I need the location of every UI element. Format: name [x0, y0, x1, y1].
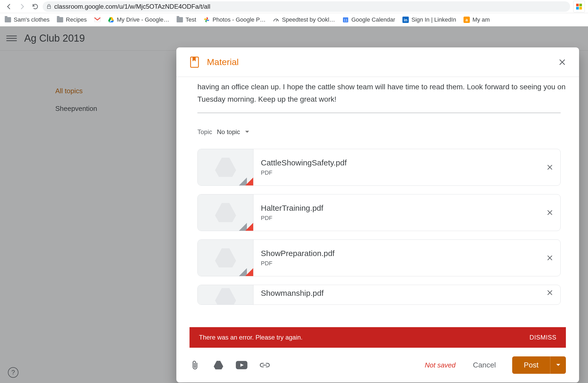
attachments-list: CattleShowingSafety.pdf PDF HalterTrain [197, 149, 561, 305]
url-text: classroom.google.com/u/1/w/Mjc5OTAzNDE4O… [54, 3, 210, 10]
microsoft-icon [576, 4, 582, 9]
modal-footer: Not saved Cancel Post [176, 348, 579, 382]
textfield-underline [197, 113, 561, 113]
bookmark-test[interactable]: Test [177, 16, 196, 23]
remove-attachment-button[interactable] [539, 194, 560, 231]
amazon-icon: a [464, 17, 470, 23]
linkedin-icon: in [402, 17, 409, 23]
cancel-button[interactable]: Cancel [468, 361, 501, 369]
bookmark-label: My Drive - Google… [117, 16, 169, 23]
topic-label: Topic [197, 128, 212, 136]
close-button[interactable] [557, 57, 567, 67]
remove-attachment-button[interactable] [539, 285, 560, 305]
attachment-name: ShowPreparation.pdf [261, 249, 532, 258]
bookmark-recipes[interactable]: Recipes [57, 16, 87, 23]
forward-button[interactable] [16, 1, 28, 12]
thumb-corner-icon [245, 268, 253, 276]
bookmarks-bar: Sam's clothes Recipes My Drive - Google…… [0, 13, 588, 26]
thumb-corner-icon [245, 223, 253, 231]
post-button[interactable]: Post [512, 356, 550, 374]
bookmark-speedtest[interactable]: Speedtest by Ookl… [273, 16, 335, 23]
bookmark-label: Sign In | LinkedIn [411, 16, 456, 23]
post-split-button: Post [512, 356, 566, 374]
gauge-icon [273, 17, 279, 23]
attach-link-button[interactable] [259, 359, 271, 371]
thumb-corner-icon [245, 178, 253, 185]
drive-icon [214, 202, 237, 223]
bookmark-linkedin[interactable]: in Sign In | LinkedIn [402, 16, 456, 23]
attachment-thumb [198, 285, 253, 305]
folder-icon [57, 17, 63, 22]
attachment-type: PDF [261, 169, 532, 176]
attachment-item[interactable]: CattleShowingSafety.pdf PDF [197, 149, 561, 186]
material-icon [190, 57, 200, 68]
reload-button[interactable] [29, 1, 41, 12]
back-button[interactable] [3, 1, 15, 12]
bookmark-label: Google Calendar [351, 16, 395, 23]
svg-text:in: in [404, 18, 407, 22]
bookmark-gmail[interactable] [94, 17, 101, 23]
attachment-thumb [198, 194, 253, 231]
bookmark-label: Test [186, 16, 196, 23]
modal-title: Material [207, 57, 557, 67]
attachment-type: PDF [261, 260, 532, 267]
extension-microsoft[interactable] [573, 1, 585, 12]
bookmark-label: Recipes [66, 16, 87, 23]
attachment-name: HalterTraining.pdf [261, 204, 532, 213]
photos-icon [203, 17, 210, 23]
svg-text:a: a [465, 18, 468, 22]
gmail-icon [94, 17, 101, 23]
svg-text:11: 11 [344, 18, 347, 22]
bookmark-amazon[interactable]: a My am [464, 16, 490, 23]
error-banner: There was an error. Please try again. DI… [190, 327, 566, 348]
attach-drive-button[interactable] [213, 359, 224, 371]
dismiss-button[interactable]: DISMISS [530, 334, 556, 341]
attachment-name: CattleShowingSafety.pdf [261, 158, 532, 167]
attachment-item[interactable]: Showmanship.pdf [197, 285, 561, 305]
bookmark-label: My am [472, 16, 490, 23]
attachment-item[interactable]: ShowPreparation.pdf PDF [197, 239, 561, 276]
attach-youtube-button[interactable] [236, 359, 247, 371]
description-text: having an office clean up. I hope the ca… [197, 77, 566, 113]
attachment-thumb [198, 149, 253, 185]
attach-file-button[interactable] [190, 359, 201, 371]
attachment-type: PDF [261, 215, 532, 222]
modal-header: Material [176, 47, 579, 77]
material-modal: Material having an office clean up. I ho… [176, 47, 579, 382]
attachment-item[interactable]: HalterTraining.pdf PDF [197, 194, 561, 231]
browser-toolbar: classroom.google.com/u/1/w/Mjc5OTAzNDE4O… [0, 0, 588, 13]
topic-value: No topic [217, 128, 240, 136]
drive-icon [214, 287, 237, 305]
remove-attachment-button[interactable] [539, 240, 560, 276]
topic-selector[interactable]: Topic No topic [197, 128, 566, 136]
post-options-button[interactable] [550, 356, 566, 374]
attachment-thumb [198, 240, 253, 276]
bookmark-label: Photos - Google P… [212, 16, 266, 23]
drive-icon [214, 247, 237, 268]
bookmark-label: Speedtest by Ookl… [282, 16, 335, 23]
attachment-name: Showmanship.pdf [261, 289, 532, 298]
lock-icon [46, 4, 52, 9]
address-bar[interactable]: classroom.google.com/u/1/w/Mjc5OTAzNDE4O… [43, 1, 570, 12]
calendar-icon: 11 [342, 17, 349, 23]
folder-icon [5, 17, 11, 22]
bookmark-calendar[interactable]: 11 Google Calendar [342, 16, 395, 23]
bookmark-label: Sam's clothes [14, 16, 49, 23]
folder-icon [177, 17, 183, 22]
drive-icon [108, 17, 114, 23]
bookmark-my-drive[interactable]: My Drive - Google… [108, 16, 169, 23]
bookmark-photos[interactable]: Photos - Google P… [203, 16, 266, 23]
save-status: Not saved [425, 361, 456, 369]
bookmark-sams-clothes[interactable]: Sam's clothes [5, 16, 49, 23]
error-message: There was an error. Please try again. [199, 334, 303, 341]
description-field[interactable]: having an office clean up. I hope the ca… [197, 77, 566, 128]
remove-attachment-button[interactable] [539, 149, 560, 185]
chevron-down-icon [245, 130, 250, 134]
drive-icon [214, 157, 237, 178]
